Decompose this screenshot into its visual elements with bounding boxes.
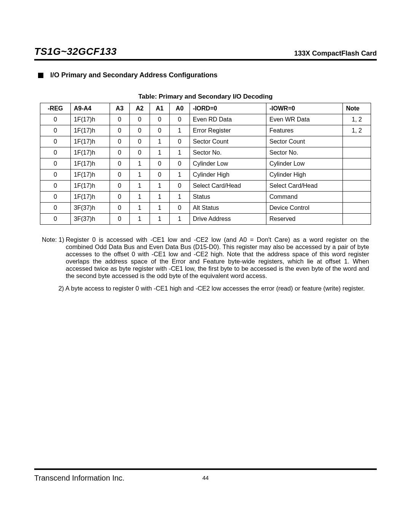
table-cell: 0 [130,147,150,158]
table-cell: 0 [170,158,190,169]
table-cell: Select Card/Head [266,181,343,192]
table-cell: 1 [170,214,190,225]
table-cell [343,147,371,158]
col-note: Note [343,103,371,114]
footer-company: Transcend Information Inc. [34,474,124,482]
table-cell: 0 [40,214,71,225]
table-cell: 3F(37)h [71,203,110,214]
table-cell: 0 [40,169,71,181]
table-cell: Error Register [190,125,266,136]
table-caption: Table: Primary and Secondary I/O Decodin… [34,93,377,101]
table-cell: 1 [130,192,150,203]
model-number: TS1G~32GCF133 [34,46,117,58]
table-cell: 1F(17)h [71,158,110,169]
table-cell: Cylinder High [266,169,343,181]
table-cell: 0 [40,147,71,158]
table-cell: 0 [150,158,170,169]
table-cell: 0 [40,192,71,203]
section-title-text: I/O Primary and Secondary Address Config… [50,71,217,79]
table-cell: 1 [150,214,170,225]
table-cell: 0 [110,136,130,147]
io-decoding-table: -REG A9-A4 A3 A2 A1 A0 -IORD=0 -IOWR=0 N… [40,103,371,225]
table-cell: 0 [110,114,130,125]
table-cell: Even RD Data [190,114,266,125]
table-row: 01F(17)h0000Even RD DataEven WR Data1, 2 [40,114,371,125]
table-cell: 1 [130,181,150,192]
table-cell: Cylinder Low [190,158,266,169]
table-cell: 0 [110,169,130,181]
col-a2: A2 [130,103,150,114]
col-a1: A1 [150,103,170,114]
table-cell: 0 [170,181,190,192]
table-cell: 1F(17)h [71,114,110,125]
table-row: 01F(17)h0111StatusCommand [40,192,371,203]
table-cell: 1 [150,147,170,158]
note-label-text: Note: [42,236,57,243]
table-cell: 1 [170,169,190,181]
table-cell: Select Card/Head [190,181,266,192]
table-cell: 0 [170,203,190,214]
table-row: 01F(17)h0011Sector No.Sector No. [40,147,371,158]
table-cell: 0 [40,181,71,192]
table-cell: 1 [150,181,170,192]
section-title: I/O Primary and Secondary Address Config… [38,71,377,79]
table-cell: 1 [150,203,170,214]
table-cell: 1 [130,214,150,225]
table-cell: Device Control [266,203,343,214]
table-row: 01F(17)h0100Cylinder LowCylinder Low [40,158,371,169]
table-cell: Sector Count [266,136,343,147]
note2-body: 2) A byte access to register 0 with -CE1… [58,285,369,292]
table-cell: 0 [40,125,71,136]
table-cell: 0 [130,114,150,125]
table-cell: 0 [40,203,71,214]
table-cell: 0 [110,214,130,225]
table-cell: Sector Count [190,136,266,147]
page-header: TS1G~32GCF133 133X CompactFlash Card [34,46,377,61]
table-cell: 0 [110,192,130,203]
col-reg: -REG [40,103,71,114]
table-cell: 1F(17)h [71,125,110,136]
table-cell: Features [266,125,343,136]
table-cell: 0 [40,114,71,125]
table-cell: 0 [40,158,71,169]
table-cell: 1 [170,125,190,136]
table-cell: 3F(37)h [71,214,110,225]
table-cell: 0 [170,136,190,147]
table-cell: 0 [40,136,71,147]
table-cell: 1 [130,203,150,214]
table-cell: 1, 2 [343,125,371,136]
table-cell: 1 [170,147,190,158]
note-label: Note: 1) [42,236,66,280]
col-iowr: -IOWR=0 [266,103,343,114]
table-cell: 1 [150,136,170,147]
table-cell [343,203,371,214]
table-cell: 0 [110,125,130,136]
table-cell: Cylinder Low [266,158,343,169]
table-header-row: -REG A9-A4 A3 A2 A1 A0 -IORD=0 -IOWR=0 N… [40,103,371,114]
table-cell [343,192,371,203]
page-footer: Transcend Information Inc. 44 [34,468,377,482]
table-cell: Sector No. [190,147,266,158]
table-row: 01F(17)h0010Sector CountSector Count [40,136,371,147]
square-bullet-icon [38,73,43,78]
table-cell [343,169,371,181]
col-iord: -IORD=0 [190,103,266,114]
table-row: 03F(37)h0110Alt StatusDevice Control [40,203,371,214]
note-2: Note: 2) A byte access to register 0 wit… [42,285,369,292]
table-cell: Alt Status [190,203,266,214]
table-cell: 1F(17)h [71,181,110,192]
table-cell: 0 [170,114,190,125]
table-row: 01F(17)h0101Cylinder HighCylinder High [40,169,371,181]
table-cell: 0 [110,158,130,169]
table-cell: 0 [150,125,170,136]
table-cell: Drive Address [190,214,266,225]
notes-block: Note: 1) Register 0 is accessed with -CE… [42,236,369,292]
table-cell: 0 [150,114,170,125]
col-a9a4: A9-A4 [71,103,110,114]
table-cell: 1 [130,169,150,181]
table-cell: 1F(17)h [71,136,110,147]
table-cell: Sector No. [266,147,343,158]
col-a0: A0 [170,103,190,114]
table-cell: 1, 2 [343,114,371,125]
note1-prefix: 1) [59,236,64,243]
